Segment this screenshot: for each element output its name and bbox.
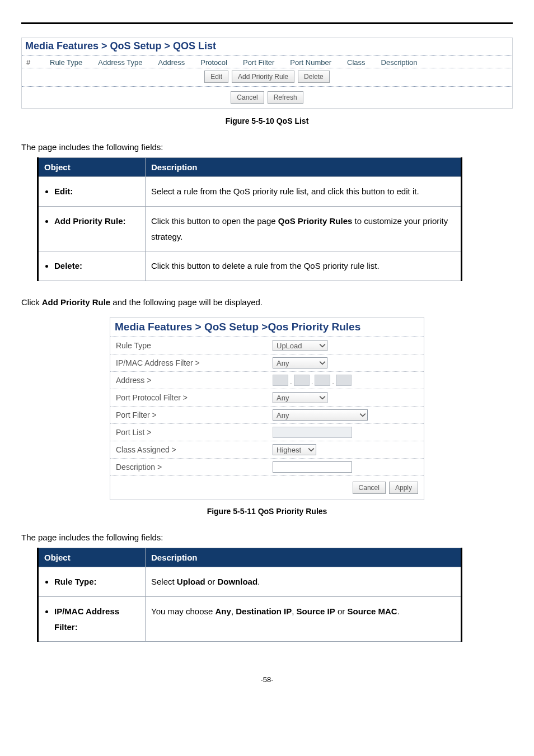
desc-add-priority-rule: Click this button to open the page QoS P… xyxy=(146,206,462,251)
add-priority-rule-button[interactable]: Add Priority Rule xyxy=(232,71,294,83)
cancel-button[interactable]: Cancel xyxy=(353,482,386,494)
figure-caption-2: Figure 5-5-11 QoS Priority Rules xyxy=(21,507,513,516)
desc-delete: Click this button to delete a rule from … xyxy=(146,251,462,281)
rule-type-select[interactable]: UpLoad xyxy=(273,340,327,351)
label-class-assigned: Class Assigned > xyxy=(116,445,273,454)
row-port-protocol: Port Protocol Filter > Any xyxy=(110,389,424,407)
top-rule xyxy=(21,22,513,24)
breadcrumb-qos-priority: Media Features > QoS Setup >Qos Priority… xyxy=(110,318,424,337)
qos-list-button-row-2: Cancel Refresh xyxy=(22,87,512,108)
port-protocol-select[interactable]: Any xyxy=(273,392,327,403)
qos-list-button-row-1: Edit Add Priority Rule Delete xyxy=(22,68,512,87)
th-description: Description xyxy=(146,158,462,177)
qos-priority-footer: Cancel Apply xyxy=(110,476,424,500)
fields-table-1: Object Description Edit: Select a rule f… xyxy=(37,157,462,281)
cancel-button[interactable]: Cancel xyxy=(231,91,264,104)
col-description: Description xyxy=(381,58,418,67)
ip-octet[interactable] xyxy=(273,375,288,386)
table-row: Rule Type: Select Upload or Download. xyxy=(38,567,462,597)
apply-button[interactable]: Apply xyxy=(389,482,418,494)
col-port-filter: Port Filter xyxy=(243,58,274,67)
edit-button[interactable]: Edit xyxy=(204,71,228,83)
port-list-input[interactable] xyxy=(273,427,352,438)
fields-table-2: Object Description Rule Type: Select Upl… xyxy=(37,548,462,642)
description-input[interactable] xyxy=(273,461,352,473)
col-address: Address xyxy=(158,58,185,67)
obj-ipmac-filter: IP/MAC Address Filter: xyxy=(54,604,139,635)
row-port-filter: Port Filter > Any xyxy=(110,407,424,424)
label-port-filter: Port Filter > xyxy=(116,410,273,419)
ip-octet[interactable] xyxy=(336,375,352,386)
chevron-down-icon xyxy=(319,342,326,349)
col-rule-type: Rule Type xyxy=(50,58,82,67)
col-protocol: Protocol xyxy=(200,58,227,67)
th-object: Object xyxy=(38,548,146,567)
col-port-number: Port Number xyxy=(290,58,331,67)
chevron-down-icon xyxy=(308,446,315,453)
obj-rule-type: Rule Type: xyxy=(54,574,139,590)
obj-add-priority-rule: Add Priority Rule: xyxy=(54,213,139,229)
page-number: -58- xyxy=(21,675,513,684)
chevron-down-icon xyxy=(359,412,366,418)
row-description: Description > xyxy=(110,459,424,476)
table-row: IP/MAC Address Filter: You may choose An… xyxy=(38,596,462,642)
label-ipmac-filter: IP/MAC Address Filter > xyxy=(116,358,273,367)
table-row: Add Priority Rule: Click this button to … xyxy=(38,206,462,251)
obj-delete: Delete: xyxy=(54,258,139,274)
class-assigned-select[interactable]: Highest xyxy=(273,444,316,455)
port-filter-select[interactable]: Any xyxy=(273,409,368,421)
delete-button[interactable]: Delete xyxy=(298,71,330,83)
table-row: Edit: Select a rule from the QoS priorit… xyxy=(38,177,462,207)
col-hash: # xyxy=(26,58,34,67)
col-class: Class xyxy=(347,58,366,67)
row-port-list: Port List > xyxy=(110,424,424,441)
desc-rule-type: Select Upload or Download. xyxy=(146,567,462,597)
ip-octet[interactable] xyxy=(315,375,330,386)
paragraph-add-priority: Click Add Priority Rule and the followin… xyxy=(21,296,513,309)
ipmac-filter-select[interactable]: Any xyxy=(273,357,327,368)
desc-edit: Select a rule from the QoS priority rule… xyxy=(146,177,462,207)
qos-priority-rules-panel: Media Features > QoS Setup >Qos Priority… xyxy=(110,317,424,500)
row-class-assigned: Class Assigned > Highest xyxy=(110,441,424,459)
table-row: Delete: Click this button to delete a ru… xyxy=(38,251,462,281)
row-address: Address > . . . xyxy=(110,372,424,389)
label-port-list: Port List > xyxy=(116,428,273,437)
chevron-down-icon xyxy=(319,394,326,401)
label-port-protocol: Port Protocol Filter > xyxy=(116,393,273,402)
qos-list-columns: # Rule Type Address Type Address Protoco… xyxy=(22,56,512,68)
intro-text-1: The page includes the following fields: xyxy=(21,142,513,152)
refresh-button[interactable]: Refresh xyxy=(268,91,303,104)
th-description: Description xyxy=(146,548,462,567)
ip-octet[interactable] xyxy=(294,375,310,386)
qos-list-panel: Media Features > QoS Setup > QOS List # … xyxy=(21,38,513,109)
row-ipmac-filter: IP/MAC Address Filter > Any xyxy=(110,354,424,372)
intro-text-2: The page includes the following fields: xyxy=(21,533,513,542)
breadcrumb-qos-list: Media Features > QoS Setup > QOS List xyxy=(22,38,512,56)
obj-edit: Edit: xyxy=(54,184,139,199)
figure-caption-1: Figure 5-5-10 QoS List xyxy=(21,116,513,125)
th-object: Object xyxy=(38,158,146,177)
label-rule-type: Rule Type xyxy=(116,341,273,350)
label-description: Description > xyxy=(116,463,273,472)
col-address-type: Address Type xyxy=(98,58,142,67)
row-rule-type: Rule Type UpLoad xyxy=(110,337,424,354)
address-input[interactable]: . . . xyxy=(273,375,352,386)
label-address: Address > xyxy=(116,376,273,385)
desc-ipmac-filter: You may choose Any, Destination IP, Sour… xyxy=(146,596,462,642)
chevron-down-icon xyxy=(319,360,326,366)
